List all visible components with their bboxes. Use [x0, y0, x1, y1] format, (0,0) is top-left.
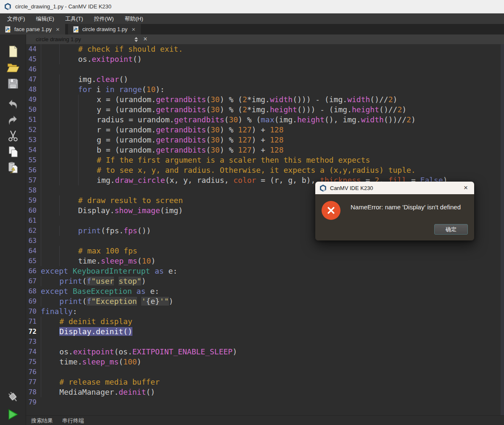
- window-title: circle_drawing_1.py - CanMV IDE K230: [15, 3, 111, 10]
- code-line[interactable]: 51 radius = urandom.getrandbits(30) % (m…: [26, 115, 504, 125]
- line-number: 45: [26, 54, 41, 64]
- undo-button[interactable]: [5, 97, 21, 110]
- line-number: 68: [26, 286, 41, 296]
- code-line[interactable]: 64 # max 100 fps: [26, 246, 504, 256]
- code-line[interactable]: 56 # to see x, y, and radius. Otherwise,…: [26, 165, 504, 175]
- document-close-icon[interactable]: ×: [143, 34, 147, 44]
- dialog-close-icon[interactable]: ×: [462, 182, 470, 194]
- code-line[interactable]: 70finally:: [26, 306, 504, 317]
- connect-icon: [6, 390, 20, 403]
- document-title[interactable]: circle drawing 1.py: [36, 34, 81, 44]
- connect-button[interactable]: [5, 390, 21, 403]
- code-line[interactable]: 54 b = (urandom.getrandbits(30) % 127) +…: [26, 145, 504, 155]
- line-number: 79: [26, 397, 41, 407]
- code-text: y = (urandom.getrandbits(30) % (2*img.he…: [41, 105, 504, 115]
- open-folder-button[interactable]: [5, 61, 21, 74]
- line-number: 49: [26, 95, 41, 105]
- code-text: # max 100 fps: [41, 246, 504, 256]
- code-line[interactable]: 52 r = (urandom.getrandbits(30) % 127) +…: [26, 125, 504, 135]
- menu-item-0[interactable]: 文件(F): [2, 13, 31, 24]
- code-line[interactable]: 78 MediaManager.deinit(): [26, 387, 504, 397]
- tab-bar: face parse 1.py×circle drawing 1.py×: [0, 24, 504, 34]
- code-line[interactable]: 76: [26, 367, 504, 377]
- code-line[interactable]: 45 os.exitpoint(): [26, 54, 504, 64]
- line-number: 75: [26, 357, 41, 367]
- code-text: b = (urandom.getrandbits(30) % 127) + 12…: [41, 145, 504, 155]
- code-line[interactable]: 75 time.sleep_ms(100): [26, 357, 504, 367]
- cut-icon: [7, 129, 19, 142]
- code-line[interactable]: 50 y = (urandom.getrandbits(30) % (2*img…: [26, 105, 504, 115]
- dialog-body: NameError: name 'Display' isn't defined …: [315, 194, 474, 240]
- code-text: for i in range(10):: [41, 84, 504, 95]
- code-line[interactable]: 74 os.exitpoint(os.EXITPOINT_ENABLE_SLEE…: [26, 347, 504, 357]
- code-line[interactable]: 66except KeyboardInterrupt as e:: [26, 266, 504, 276]
- bottom-panel-bar: 搜索结果串行终端: [26, 415, 504, 425]
- code-line[interactable]: 55 # If the first argument is a scaler t…: [26, 155, 504, 165]
- save-button[interactable]: [5, 77, 21, 90]
- code-line[interactable]: 46: [26, 64, 504, 74]
- code-line[interactable]: 53 g = (urandom.getrandbits(30) % 127) +…: [26, 135, 504, 145]
- file-tab-0[interactable]: face parse 1.py×: [0, 24, 65, 34]
- tab-label: circle drawing 1.py: [82, 26, 128, 32]
- editor-scrollbar[interactable]: [501, 44, 504, 415]
- cut-button[interactable]: [5, 129, 21, 142]
- app-logo-icon: [4, 3, 11, 10]
- code-text: x = (urandom.getrandbits(30) % (2*img.wi…: [41, 95, 504, 105]
- code-line[interactable]: 49 x = (urandom.getrandbits(30) % (2*img…: [26, 95, 504, 105]
- code-text: except KeyboardInterrupt as e:: [41, 266, 504, 276]
- code-line[interactable]: 48 for i in range(10):: [26, 84, 504, 95]
- tab-label: face parse 1.py: [14, 26, 52, 32]
- code-text: r = (urandom.getrandbits(30) % 127) + 12…: [41, 125, 504, 135]
- bottom-tab-0[interactable]: 搜索结果: [26, 416, 58, 425]
- ok-button[interactable]: 确定: [434, 224, 468, 235]
- code-text: # check if should exit.: [41, 44, 504, 54]
- line-number: 77: [26, 377, 41, 387]
- code-line[interactable]: 79: [26, 397, 504, 407]
- dialog-logo-icon: [319, 185, 327, 192]
- line-number: 51: [26, 115, 41, 125]
- code-text: # to see x, y, and radius. Otherwise, it…: [41, 165, 504, 175]
- undo-icon: [6, 98, 19, 110]
- code-line[interactable]: 72 Display.deinit(): [26, 327, 504, 337]
- code-text: img.clear(): [41, 74, 504, 84]
- line-number: 72: [26, 327, 41, 337]
- redo-icon: [6, 114, 19, 126]
- code-line[interactable]: 71 # deinit display: [26, 317, 504, 327]
- code-line[interactable]: 44 # check if should exit.: [26, 44, 504, 54]
- code-line[interactable]: 65 time.sleep_ms(10): [26, 256, 504, 266]
- code-line[interactable]: 47 img.clear(): [26, 74, 504, 84]
- menu-item-3[interactable]: 控件(W): [89, 13, 119, 24]
- code-line[interactable]: 77 # release media buffer: [26, 377, 504, 387]
- line-number: 57: [26, 175, 41, 185]
- tab-close-icon[interactable]: ×: [55, 26, 61, 33]
- code-text: [41, 397, 504, 407]
- run-button[interactable]: [5, 408, 21, 421]
- copy-icon: [7, 145, 19, 158]
- code-line[interactable]: 69 print(f"Exception '{e}'"): [26, 296, 504, 306]
- dialog-titlebar: CanMV IDE K230 ×: [315, 182, 474, 194]
- code-line[interactable]: 73: [26, 337, 504, 347]
- paste-button[interactable]: [5, 161, 21, 174]
- python-file-icon: [73, 26, 79, 33]
- tab-close-icon[interactable]: ×: [131, 26, 136, 33]
- code-text: # deinit display: [41, 317, 504, 327]
- bottom-tab-1[interactable]: 串行终端: [58, 416, 89, 425]
- copy-button[interactable]: [5, 145, 21, 158]
- code-text: [41, 337, 504, 347]
- code-line[interactable]: 68except BaseException as e:: [26, 286, 504, 296]
- line-number: 59: [26, 195, 41, 206]
- line-number: 50: [26, 105, 41, 115]
- menu-item-1[interactable]: 编辑(E): [31, 13, 60, 24]
- line-number: 47: [26, 74, 41, 84]
- line-number: 71: [26, 317, 41, 327]
- line-number: 58: [26, 185, 41, 195]
- menu-item-4[interactable]: 帮助(H): [119, 13, 149, 24]
- menu-item-2[interactable]: 工具(T): [60, 13, 89, 24]
- code-text: [41, 64, 504, 74]
- redo-button[interactable]: [5, 113, 21, 126]
- new-file-button[interactable]: [5, 45, 21, 58]
- document-switch-icon[interactable]: [134, 37, 139, 44]
- file-tab-1[interactable]: circle drawing 1.py×: [68, 24, 141, 34]
- line-number: 44: [26, 44, 41, 54]
- code-line[interactable]: 67 print(f"user stop"): [26, 276, 504, 286]
